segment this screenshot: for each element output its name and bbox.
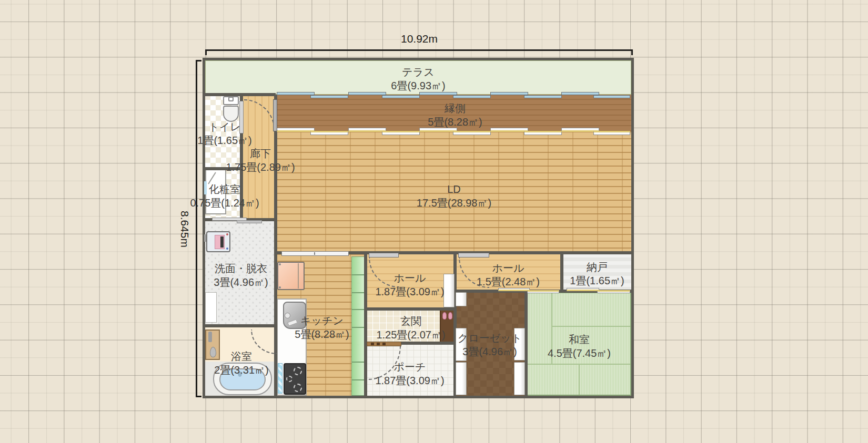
room-label-engawa: 縁側5畳(8.28㎡) xyxy=(428,102,482,129)
refrigerator-handle xyxy=(279,286,281,289)
sliding-door-panel[interactable] xyxy=(514,362,525,395)
washing-machine-led xyxy=(226,248,228,250)
shelf-divider xyxy=(351,292,366,293)
dimension-line-vertical xyxy=(196,60,197,397)
window-divider xyxy=(314,252,315,255)
sliding-door-track[interactable] xyxy=(498,288,530,291)
slippers-icon xyxy=(448,312,452,320)
sink-faucet xyxy=(285,313,290,318)
door-leaf[interactable] xyxy=(458,253,489,257)
stove-burner xyxy=(294,384,302,392)
door-hinge xyxy=(382,343,386,345)
sliding-door-track[interactable] xyxy=(348,128,386,132)
door-leaf[interactable] xyxy=(273,99,277,131)
room-label-hall1: ホール1.87畳(3.09㎡) xyxy=(375,272,444,298)
vanity-counter[interactable] xyxy=(205,292,217,323)
kitchen-hatch-window[interactable] xyxy=(281,251,349,256)
room-label-bathroom: 浴室2畳(3.31㎡) xyxy=(214,350,268,377)
shelf-divider xyxy=(351,274,366,275)
door-hinge xyxy=(377,343,380,345)
shelf-cabinet-icon[interactable] xyxy=(351,256,366,396)
room-label-washroom: 洗面・脱衣3畳(4.96㎡) xyxy=(214,262,268,289)
dimension-width-label: 10.92m xyxy=(401,33,438,45)
sliding-door-track[interactable] xyxy=(597,290,630,293)
sliding-door-panel[interactable] xyxy=(456,362,467,395)
toilet-button-icon xyxy=(228,97,234,101)
sliding-door[interactable] xyxy=(237,220,262,223)
shelf-divider xyxy=(351,327,366,328)
dimension-tick xyxy=(631,49,633,55)
window-sliding[interactable] xyxy=(310,95,348,98)
refrigerator-door-line xyxy=(298,263,299,289)
sliding-door-track[interactable] xyxy=(490,128,528,132)
dimension-tick xyxy=(196,396,201,397)
sliding-door-panel[interactable] xyxy=(456,292,467,306)
tatami-joint xyxy=(579,364,580,395)
window-sliding[interactable] xyxy=(524,95,562,98)
room-label-hall2: ホール1.5畳(2.48㎡) xyxy=(477,262,540,289)
dimension-tick xyxy=(196,60,201,61)
sliding-door-track[interactable] xyxy=(382,131,420,135)
shelf-divider xyxy=(351,379,366,380)
window-sliding[interactable] xyxy=(277,92,315,95)
shower-icon xyxy=(208,332,212,342)
sliding-door-track[interactable] xyxy=(593,131,630,135)
window-sliding[interactable] xyxy=(382,95,420,98)
window-sliding[interactable] xyxy=(593,95,630,98)
room-label-porch: ポーチ1.87畳(3.09㎡) xyxy=(375,360,444,387)
window-sliding[interactable] xyxy=(348,92,386,95)
wall xyxy=(205,93,276,96)
refrigerator-handle xyxy=(279,263,281,265)
wall xyxy=(366,307,455,311)
room-label-genkan: 玄関1.25畳(2.07㎡) xyxy=(376,315,445,342)
floor-plan-canvas: テラス6畳(9.93㎡) 縁側5畳(8.28㎡) LD17.5畳(28.98㎡)… xyxy=(0,0,868,443)
window-sliding[interactable] xyxy=(490,92,528,95)
wall xyxy=(205,324,276,327)
dimension-line-horizontal xyxy=(205,49,632,51)
room-label-terrace: テラス6畳(9.93㎡) xyxy=(391,66,445,92)
tatami-joint xyxy=(551,326,630,327)
window-sliding[interactable] xyxy=(453,95,491,98)
refrigerator-icon[interactable] xyxy=(277,262,305,290)
washing-machine-led xyxy=(226,233,228,235)
sliding-door-track[interactable] xyxy=(567,288,599,291)
room-label-powder: 化粧室0.75畳(1.24㎡) xyxy=(190,183,259,210)
room-label-ld: LD17.5畳(28.98㎡) xyxy=(417,183,491,210)
window-sliding[interactable] xyxy=(419,92,457,95)
sliding-door-track[interactable] xyxy=(524,131,562,135)
kitchen-towel-icon xyxy=(278,363,282,394)
room-label-toilet: トイレ1畳(1.65㎡) xyxy=(197,120,251,147)
shelf-divider xyxy=(351,362,366,363)
sliding-door-track[interactable] xyxy=(527,290,559,293)
toilet-bowl-icon[interactable] xyxy=(223,106,239,122)
door-hinge xyxy=(371,343,374,345)
washing-machine-slot xyxy=(220,236,224,248)
wall xyxy=(560,254,563,292)
sliding-door-panel[interactable] xyxy=(443,274,455,307)
stove-burner xyxy=(286,376,292,382)
dimension-tick xyxy=(205,49,207,55)
door-leaf[interactable] xyxy=(369,253,399,257)
wall xyxy=(364,254,367,396)
dimension-height-label: 8.645m xyxy=(178,211,191,248)
shelf-divider xyxy=(351,309,366,310)
room-label-washitsu: 和室4.5畳(7.45㎡) xyxy=(548,333,611,360)
room-label-nando: 納戸1畳(1.65㎡) xyxy=(570,261,624,287)
sliding-door-track[interactable] xyxy=(310,131,348,135)
stove-burner xyxy=(294,367,302,375)
room-label-corridor: 廊下1.75畳(2.89㎡) xyxy=(226,147,295,174)
sliding-door-track[interactable] xyxy=(277,128,315,132)
room-label-closet: クローゼット3畳(4.96㎡) xyxy=(458,332,522,358)
room-label-kitchen: キッチン5畳(8.28㎡) xyxy=(295,314,349,341)
sliding-door-track[interactable] xyxy=(453,131,491,135)
